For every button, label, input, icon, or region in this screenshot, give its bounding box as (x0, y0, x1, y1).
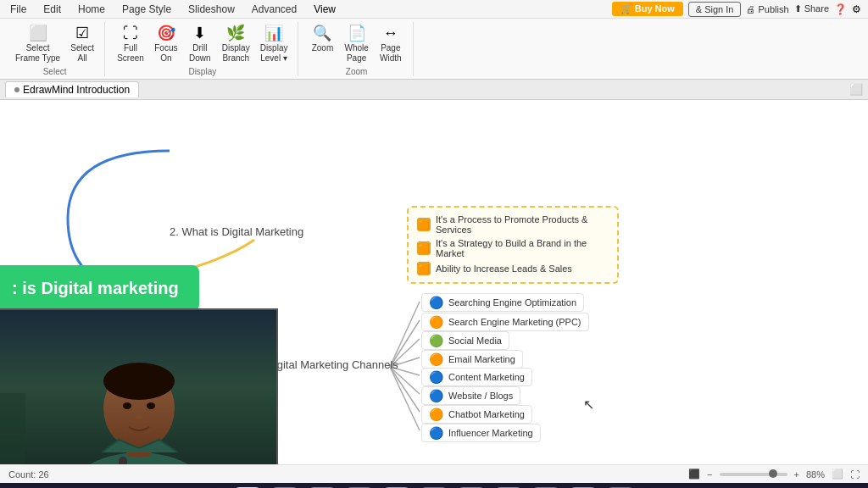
count-label: Count: 26 (8, 469, 49, 480)
svg-rect-20 (0, 393, 25, 464)
focus-on-icon: 🎯 (156, 23, 176, 43)
svg-point-17 (136, 414, 142, 419)
webcam-overlay (0, 308, 278, 464)
webcam-person (0, 310, 276, 464)
channel-item8-icon: 🔵 (429, 426, 443, 440)
svg-line-6 (390, 367, 420, 412)
drill-down-icon: ⬇ (190, 23, 210, 43)
channel-item-4[interactable]: 🟠 Email Marketing (421, 350, 523, 369)
channel-item3-icon: 🟢 (429, 334, 443, 347)
zoom-out-button[interactable]: − (707, 469, 712, 480)
central-node[interactable]: : is Digital marketing (0, 265, 199, 312)
tab-dot (14, 87, 19, 92)
channel-item-2[interactable]: 🟠 Search Engine Marketing (PPC) (421, 313, 589, 331)
topic1-item-3: 🟧 Ability to Increase Leads & Sales (417, 260, 609, 277)
menu-advanced[interactable]: Advanced (248, 2, 300, 17)
topic1-items-box: 🟧 It's a Process to Promote Products & S… (407, 206, 619, 284)
channel-item6-icon: 🔵 (429, 389, 443, 402)
channel-item2-icon: 🟠 (429, 315, 443, 329)
cursor: ↖ (583, 396, 594, 413)
menubar: File Edit Home Page Style Slideshow Adva… (0, 0, 868, 19)
select-all-button[interactable]: ☑ SelectAll (67, 21, 97, 65)
sign-in-button[interactable]: & Sign In (688, 2, 742, 17)
help-icon[interactable]: ❓ (834, 3, 847, 15)
menu-edit[interactable]: Edit (40, 2, 64, 17)
channel-item-6[interactable]: 🔵 Website / Blogs (421, 386, 520, 405)
channel-item-3[interactable]: 🟢 Social Media (421, 331, 509, 350)
channel-item4-icon: 🟠 (429, 352, 443, 366)
maximize-icon[interactable]: ⬜ (849, 83, 863, 96)
ribbon-toolbar: ⬜ SelectFrame Type ☑ SelectAll Select ⛶ … (0, 19, 868, 80)
statusbar: Count: 26 ⬛ − + 88% ⬜ ⛶ (0, 464, 868, 483)
menu-view[interactable]: View (310, 2, 339, 17)
status-right: ⬛ − + 88% ⬜ ⛶ (688, 469, 860, 480)
select-all-icon: ☑ (72, 23, 92, 43)
fit-icon[interactable]: ⬛ (688, 469, 700, 480)
channel-item5-icon: 🔵 (429, 370, 443, 384)
buy-now-button[interactable]: 🛒 Buy Now (612, 2, 683, 16)
zoom-in-button[interactable]: + (794, 469, 799, 480)
topic1-item2-icon: 🟧 (417, 241, 431, 255)
publish-button[interactable]: 🖨 Publish (746, 4, 788, 14)
svg-line-0 (390, 302, 420, 367)
person-svg (0, 308, 276, 464)
share-button[interactable]: ⬆ Share (794, 3, 829, 14)
zoom-group-label: Zoom (346, 67, 368, 76)
channel-item-8[interactable]: 🔵 Influencer Marketing (421, 424, 541, 442)
display-level-icon: 📊 (264, 23, 284, 43)
topic1-item-2: 🟧 It's a Strategy to Build a Brand in th… (417, 236, 609, 260)
ribbon-group-zoom: 🔍 Zoom 📄 WholePage ↔ PageWidth Zoom (300, 22, 413, 76)
display-branch-button[interactable]: 🌿 DisplayBranch (219, 21, 253, 65)
display-level-button[interactable]: 📊 DisplayLevel ▾ (257, 21, 292, 65)
main-canvas[interactable]: : is Digital marketing 2. What is Digita… (0, 100, 868, 464)
zoom-level: 88% (806, 469, 825, 480)
select-group-label: Select (43, 67, 67, 76)
zoom-thumb (769, 469, 777, 478)
menu-home[interactable]: Home (75, 2, 108, 17)
fullscreen-icon: ⛶ (120, 23, 141, 43)
topic1-item3-icon: 🟧 (417, 262, 431, 275)
svg-point-15 (123, 402, 131, 409)
channel-item-7[interactable]: 🟠 Chatbot Marketing (421, 405, 532, 424)
tab-bar: EdrawMind Introduction ⬜ (0, 80, 868, 100)
svg-line-7 (390, 367, 420, 430)
settings-icon[interactable]: ⚙ (852, 3, 861, 15)
zoom-button[interactable]: 🔍 Zoom (307, 21, 337, 55)
whole-page-icon: 📄 (347, 23, 367, 43)
svg-point-16 (147, 402, 155, 409)
svg-point-14 (103, 363, 175, 400)
tab-label: EdrawMind Introduction (23, 84, 130, 96)
menu-file[interactable]: File (7, 2, 30, 17)
topic1-item-1: 🟧 It's a Process to Promote Products & S… (417, 213, 609, 236)
zoom-icon: 🔍 (312, 23, 332, 43)
fullscreen-btn[interactable]: ⛶ (850, 469, 860, 480)
page-width-button[interactable]: ↔ PageWidth (376, 21, 406, 65)
drill-down-button[interactable]: ⬇ DrillDown (185, 21, 215, 65)
menu-slideshow[interactable]: Slideshow (185, 2, 238, 17)
ribbon-group-display: ⛶ FullScreen 🎯 FocusOn ⬇ DrillDown 🌿 Dis… (107, 22, 298, 76)
taskbar: 🍎 📁 🌐 📧 🗒 📷 🎵 🧠 ⚙ 🔍 🗑 (0, 483, 868, 488)
channel-item7-icon: 🟠 (429, 408, 443, 421)
topic1-item1-icon: 🟧 (417, 218, 431, 231)
whole-page-button[interactable]: 📄 WholePage (341, 21, 371, 65)
page-width-icon: ↔ (381, 23, 401, 43)
fit-window-icon[interactable]: ⬜ (832, 469, 843, 480)
menu-pagestyle[interactable]: Page Style (119, 2, 175, 17)
zoom-slider[interactable] (720, 473, 787, 476)
channel-item-5[interactable]: 🔵 Content Marketing (421, 368, 532, 386)
select-frametype-icon: ⬜ (28, 23, 48, 43)
channel-item1-icon: 🔵 (429, 296, 443, 309)
focus-on-button[interactable]: 🎯 FocusOn (151, 21, 181, 65)
top-right-buttons: 🛒 Buy Now & Sign In 🖨 Publish ⬆ Share ❓ … (612, 2, 861, 17)
display-group-label: Display (188, 67, 216, 76)
channel-item-1[interactable]: 🔵 Searching Engine Optimization (421, 293, 584, 312)
display-branch-icon: 🌿 (225, 23, 246, 43)
topic1-label[interactable]: 2. What is Digital Marketing (170, 225, 303, 238)
fullscreen-button[interactable]: ⛶ FullScreen (114, 21, 147, 65)
tab-edrawmind[interactable]: EdrawMind Introduction (5, 81, 139, 97)
ribbon-group-select: ⬜ SelectFrame Type ☑ SelectAll Select (5, 22, 105, 76)
select-frametype-button[interactable]: ⬜ SelectFrame Type (12, 21, 64, 65)
